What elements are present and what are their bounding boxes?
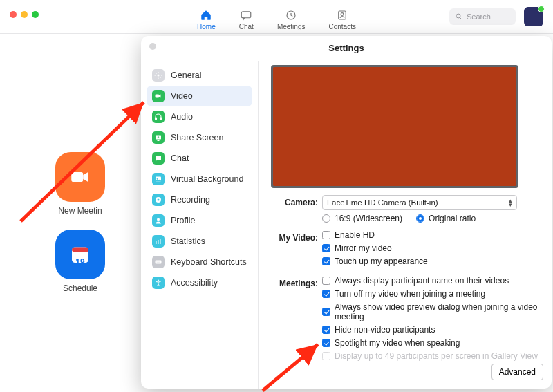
myvideo-option[interactable]: Mirror my video (322, 243, 545, 253)
home-icon (200, 9, 212, 21)
meetings-option[interactable]: Spotlight my video when speaking (322, 338, 545, 348)
svg-rect-21 (156, 261, 162, 264)
settings-window: Settings GeneralVideoAudioShare ScreenCh… (141, 36, 552, 389)
record-icon (152, 194, 165, 206)
sidebar-item-profile[interactable]: Profile (147, 210, 252, 231)
option-label: Mirror my video (335, 243, 392, 253)
checkbox[interactable] (322, 308, 330, 316)
tab-label: Contacts (328, 23, 355, 30)
svg-point-14 (157, 178, 158, 179)
meetings-option[interactable]: Always show video preview dialog when jo… (322, 302, 545, 321)
option-label: Display up to 49 participants per screen… (335, 351, 538, 361)
sidebar-item-recording[interactable]: Recording (147, 189, 252, 210)
svg-point-4 (456, 14, 460, 18)
search-icon (455, 12, 463, 21)
svg-point-17 (157, 218, 160, 221)
tab-home[interactable]: Home (197, 9, 216, 30)
share-icon (152, 131, 165, 144)
ratio-169-radio[interactable] (322, 214, 330, 223)
settings-sidebar: GeneralVideoAudioShare ScreenChatVirtual… (141, 61, 259, 389)
sidebar-item-accessibility[interactable]: Accessibility (147, 272, 252, 293)
ratio-original-label: Original ratio (429, 214, 476, 223)
svg-point-22 (158, 280, 159, 281)
profile-icon (152, 214, 165, 227)
meetings-option[interactable]: Turn off my video when joining a meeting (322, 289, 545, 299)
tab-chat[interactable]: Chat (239, 9, 254, 30)
sidebar-item-label: Share Screen (171, 133, 223, 142)
keyboard-icon (152, 256, 165, 268)
checkbox[interactable] (322, 277, 330, 285)
toolbar-divider (0, 33, 553, 34)
svg-rect-19 (158, 240, 159, 244)
svg-point-16 (158, 199, 160, 201)
video-preview-frame (271, 65, 518, 188)
tab-contacts[interactable]: Contacts (328, 9, 355, 30)
settings-content: Camera: FaceTime HD Camera (Built-in) ▴▾… (259, 61, 552, 389)
option-label: Always show video preview dialog when jo… (335, 302, 545, 321)
schedule-label: Schedule (53, 283, 108, 293)
sidebar-item-keyboard-shortcuts[interactable]: Keyboard Shortcuts (147, 252, 252, 272)
checkbox[interactable] (322, 231, 330, 239)
svg-rect-20 (160, 239, 161, 244)
sidebar-item-label: General (171, 71, 201, 80)
svg-rect-11 (160, 118, 162, 120)
sidebar-item-general[interactable]: General (147, 65, 252, 86)
checkbox[interactable] (322, 326, 330, 334)
gear-icon (152, 69, 165, 82)
option-label: Turn off my video when joining a meeting (335, 289, 485, 299)
svg-rect-5 (71, 172, 83, 182)
video-preview (273, 67, 516, 186)
calendar-day: 19 (75, 257, 84, 267)
sidebar-item-label: Statistics (171, 236, 205, 246)
meetings-option[interactable]: Always display participant name on their… (322, 276, 545, 286)
myvideo-option[interactable]: Touch up my appearance (322, 256, 545, 266)
tab-label: Home (197, 23, 216, 30)
avatar[interactable] (524, 7, 543, 26)
option-label: Enable HD (335, 230, 375, 240)
contacts-icon (336, 9, 348, 21)
meetings-label: Meetings: (270, 276, 322, 288)
camera-icon (152, 90, 165, 102)
option-label: Touch up my appearance (335, 256, 428, 266)
checkbox[interactable] (322, 257, 330, 265)
sidebar-item-label: Accessibility (171, 278, 218, 288)
sidebar-item-label: Virtual Background (171, 174, 243, 184)
checkbox[interactable] (322, 290, 330, 298)
sidebar-item-statistics[interactable]: Statistics (147, 231, 252, 252)
sidebar-item-video[interactable]: Video (147, 86, 252, 106)
new-meeting-button[interactable] (55, 152, 105, 202)
tab-meetings[interactable]: Meetings (277, 9, 306, 30)
schedule-button[interactable]: 19 (55, 230, 105, 279)
search-placeholder: Search (467, 12, 491, 21)
sidebar-item-label: Audio (171, 112, 193, 122)
option-label: Always display participant name on their… (335, 276, 509, 286)
sidebar-item-audio[interactable]: Audio (147, 106, 252, 127)
sidebar-item-virtual-background[interactable]: Virtual Background (147, 169, 252, 189)
sidebar-item-label: Profile (171, 216, 195, 225)
svg-rect-18 (156, 241, 157, 244)
camera-icon (68, 165, 92, 189)
sidebar-item-label: Chat (171, 153, 189, 163)
sidebar-item-share-screen[interactable]: Share Screen (147, 127, 252, 148)
sidebar-item-chat[interactable]: Chat (147, 148, 252, 169)
advanced-label: Advanced (499, 367, 536, 377)
option-label: Spotlight my video when speaking (335, 338, 460, 348)
ratio-original-radio[interactable] (416, 214, 424, 223)
svg-rect-9 (156, 95, 160, 98)
advanced-button[interactable]: Advanced (491, 364, 543, 380)
option-label: Hide non-video participants (335, 325, 435, 335)
sidebar-item-label: Video (171, 91, 193, 101)
camera-select[interactable]: FaceTime HD Camera (Built-in) ▴▾ (322, 195, 517, 210)
tab-label: Meetings (277, 23, 306, 30)
checkbox[interactable] (322, 339, 330, 347)
chevron-updown-icon: ▴▾ (509, 198, 512, 208)
headphones-icon (152, 111, 165, 123)
meetings-option[interactable]: Hide non-video participants (322, 325, 545, 335)
svg-rect-0 (242, 11, 252, 17)
stats-icon (152, 235, 165, 248)
checkbox[interactable] (322, 244, 330, 252)
svg-point-8 (158, 75, 160, 77)
sidebar-item-label: Keyboard Shortcuts (171, 257, 247, 267)
myvideo-option[interactable]: Enable HD (322, 230, 545, 240)
search-input[interactable]: Search (449, 8, 516, 25)
